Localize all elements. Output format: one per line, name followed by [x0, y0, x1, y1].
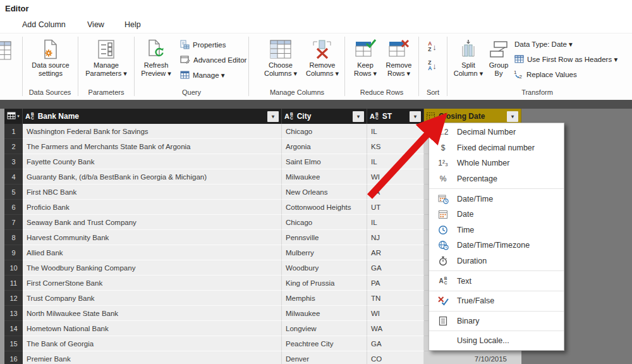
type-menu-item-time[interactable]: Time	[429, 222, 564, 238]
table-cell[interactable]: IL	[367, 154, 424, 169]
table-cell[interactable]: UT	[367, 200, 424, 215]
table-cell[interactable]: Proficio Bank	[23, 200, 282, 215]
row-number[interactable]: 10	[4, 260, 23, 276]
column-header-closing-date[interactable]: Closing Date ▾	[424, 109, 521, 124]
table-cell[interactable]: Premier Bank	[23, 351, 282, 364]
table-cell[interactable]: Allied Bank	[23, 245, 282, 260]
table-cell[interactable]: Hometown National Bank	[23, 321, 282, 336]
table-cell[interactable]: TN	[367, 291, 424, 306]
menu-tab-add-column[interactable]: Add Column	[22, 20, 66, 29]
replace-values-button[interactable]: 12 Replace Values	[513, 68, 577, 81]
table-cell[interactable]: WI	[367, 169, 424, 185]
menu-tab-view[interactable]: View	[87, 20, 104, 29]
table-cell[interactable]: Longview	[282, 321, 367, 336]
table-cell[interactable]: WA	[367, 321, 424, 336]
use-first-row-as-headers-button[interactable]: Use First Row as Headers ▾	[514, 53, 617, 66]
table-cell[interactable]: Milwaukee	[282, 169, 367, 185]
table-cell[interactable]: Harvest Community Bank	[23, 230, 282, 245]
table-cell[interactable]: Seaway Bank and Trust Company	[23, 215, 282, 230]
remove-columns-button[interactable]: Remove Columns ▾	[302, 37, 343, 85]
column-header-st[interactable]: ABC ST ▾	[367, 109, 424, 124]
table-cell[interactable]: Mulberry	[282, 245, 367, 260]
sort-ascending-button[interactable]: AZ ↓	[422, 39, 442, 55]
split-column-button[interactable]: Split Column ▾	[451, 37, 486, 85]
row-number[interactable]: 16	[4, 351, 23, 364]
row-number[interactable]: 3	[4, 154, 23, 169]
table-cell[interactable]: NJ	[367, 230, 424, 245]
row-number[interactable]: 15	[4, 336, 23, 351]
row-number[interactable]: 12	[4, 291, 23, 306]
row-number[interactable]: 4	[4, 169, 23, 185]
type-menu-item-date[interactable]: Date	[429, 207, 564, 222]
refresh-preview-button[interactable]: Refresh Preview ▾	[137, 37, 176, 85]
row-number[interactable]: 7	[4, 215, 23, 230]
table-cell[interactable]: Pennsville	[282, 230, 367, 245]
table-cell[interactable]: Saint Elmo	[282, 154, 367, 169]
type-menu-item-date-time-timezone[interactable]: Date/Time/Timezone	[429, 238, 564, 253]
table-cell[interactable]: WI	[367, 306, 424, 321]
table-cell[interactable]: Milwaukee	[282, 306, 367, 321]
remove-rows-button[interactable]: Remove Rows ▾	[381, 37, 416, 85]
table-cell[interactable]: Memphis	[282, 291, 367, 306]
table-cell[interactable]: Trust Company Bank	[23, 291, 282, 306]
table-cell[interactable]: Woodbury	[282, 260, 367, 276]
filter-dropdown-button[interactable]: ▾	[267, 111, 279, 122]
group-by-button[interactable]: Group By	[485, 37, 513, 85]
row-number[interactable]: 14	[4, 321, 23, 336]
table-cell[interactable]: LA	[367, 185, 424, 200]
type-menu-item-binary[interactable]: Binary	[429, 313, 564, 329]
filter-dropdown-button[interactable]: ▾	[353, 111, 364, 122]
table-cell[interactable]: First NBC Bank	[23, 185, 282, 200]
table-cell[interactable]: First CornerStone Bank	[23, 276, 282, 291]
select-all-corner-button[interactable]: ▾	[4, 109, 23, 124]
sort-descending-button[interactable]: ZA ↓	[422, 58, 442, 74]
table-cell[interactable]: The Bank of Georgia	[23, 336, 282, 351]
table-cell[interactable]: GA	[367, 336, 424, 351]
row-number[interactable]: 8	[4, 230, 23, 245]
row-number[interactable]: 9	[4, 245, 23, 260]
type-menu-item-fixed-decimal-number[interactable]: $Fixed decimal number	[429, 140, 564, 156]
table-cell[interactable]: AR	[367, 245, 424, 260]
type-menu-item-date-time[interactable]: Date/Time	[429, 191, 564, 207]
properties-button[interactable]: Properties	[180, 39, 226, 51]
table-cell[interactable]: CO	[367, 351, 424, 364]
table-cell[interactable]: New Orleans	[282, 185, 367, 200]
keep-rows-button[interactable]: Keep Rows ▾	[348, 37, 382, 85]
table-cell[interactable]: North Milwaukee State Bank	[23, 306, 282, 321]
row-number[interactable]: 11	[4, 276, 23, 291]
manage-button[interactable]: Manage ▾	[180, 69, 225, 82]
column-header-city[interactable]: ABC City ▾	[282, 109, 367, 124]
row-number[interactable]: 1	[4, 124, 23, 139]
type-menu-item-using-locale[interactable]: Using Locale...	[429, 333, 564, 349]
table-cell[interactable]: IL	[367, 124, 424, 139]
table-cell[interactable]: 7/10/2015	[424, 351, 521, 364]
choose-columns-button[interactable]: Choose Columns ▾	[260, 37, 301, 85]
table-cell[interactable]: Guaranty Bank, (d/b/a BestBank in Georgi…	[23, 169, 282, 185]
type-menu-item-whole-number[interactable]: 1²₃Whole Number	[429, 155, 564, 171]
table-cell[interactable]: IL	[367, 215, 424, 230]
table-cell[interactable]: The Farmers and Merchants State Bank of …	[23, 139, 282, 154]
table-cell[interactable]: Peachtree City	[282, 336, 367, 351]
menu-tab-help[interactable]: Help	[125, 20, 141, 29]
table-cell[interactable]: Denver	[282, 351, 367, 364]
type-menu-item-duration[interactable]: Duration	[429, 253, 564, 269]
type-menu-item-text[interactable]: ABCText	[429, 273, 564, 289]
table-cell[interactable]: KS	[367, 139, 424, 154]
type-menu-item-decimal-number[interactable]: 1.2Decimal Number	[429, 124, 564, 140]
table-cell[interactable]: Fayette County Bank	[23, 154, 282, 169]
column-header-bank-name[interactable]: ABC Bank Name ▾	[23, 109, 282, 124]
table-cell[interactable]: Chicago	[282, 124, 367, 139]
table-cell[interactable]: Cottonwood Heights	[282, 200, 367, 215]
table-cell[interactable]: King of Prussia	[282, 276, 367, 291]
table-cell[interactable]: GA	[367, 260, 424, 276]
type-menu-item-percentage[interactable]: %Percentage	[429, 171, 564, 187]
row-number[interactable]: 2	[4, 139, 23, 154]
table-cell[interactable]: Washington Federal Bank for Savings	[23, 124, 282, 139]
advanced-editor-button[interactable]: Advanced Editor	[180, 54, 246, 66]
row-number[interactable]: 5	[4, 185, 23, 200]
table-cell[interactable]: Argonia	[282, 139, 367, 154]
data-type-button[interactable]: Data Type: Date ▾	[514, 38, 573, 51]
table-cell[interactable]: Chicago	[282, 215, 367, 230]
filter-dropdown-button[interactable]: ▾	[410, 111, 421, 122]
manage-parameters-button[interactable]: Manage Parameters ▾	[82, 37, 131, 85]
